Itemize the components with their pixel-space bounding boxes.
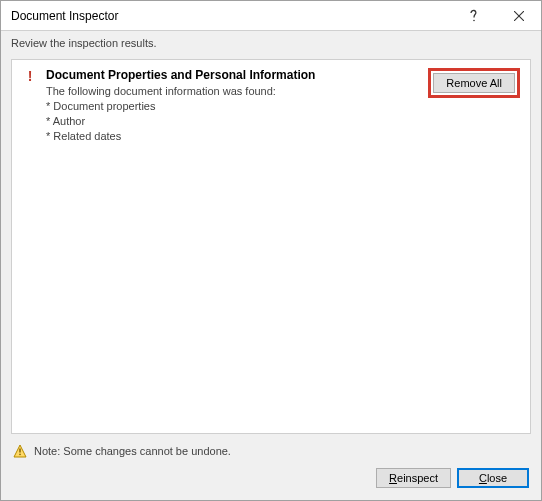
- result-item: * Document properties: [46, 99, 412, 114]
- help-button[interactable]: [451, 1, 496, 31]
- alert-icon: !: [22, 68, 38, 84]
- footer-note-text: Note: Some changes cannot be undone.: [34, 445, 231, 457]
- svg-rect-5: [19, 454, 20, 455]
- result-item: * Related dates: [46, 129, 412, 144]
- footer-buttons: Reinspect Close: [1, 464, 541, 500]
- result-body: Document Properties and Personal Informa…: [46, 68, 412, 143]
- result-row: ! Document Properties and Personal Infor…: [22, 68, 520, 143]
- dialog-title: Document Inspector: [11, 9, 451, 23]
- remove-all-highlight: Remove All: [428, 68, 520, 98]
- svg-rect-4: [19, 449, 20, 453]
- close-icon[interactable]: [496, 1, 541, 31]
- results-panel: ! Document Properties and Personal Infor…: [11, 59, 531, 434]
- reinspect-button[interactable]: Reinspect: [376, 468, 451, 488]
- footer-note: Note: Some changes cannot be undone.: [1, 434, 541, 464]
- titlebar: Document Inspector: [1, 1, 541, 31]
- result-heading: Document Properties and Personal Informa…: [46, 68, 412, 82]
- remove-all-button[interactable]: Remove All: [433, 73, 515, 93]
- result-intro: The following document information was f…: [46, 84, 412, 99]
- document-inspector-dialog: Document Inspector Review the inspection…: [0, 0, 542, 501]
- subheader-text: Review the inspection results.: [1, 31, 541, 59]
- close-button[interactable]: Close: [457, 468, 529, 488]
- svg-point-0: [473, 19, 475, 21]
- result-item: * Author: [46, 114, 412, 129]
- warning-icon: [13, 444, 27, 458]
- result-detail: The following document information was f…: [46, 84, 412, 143]
